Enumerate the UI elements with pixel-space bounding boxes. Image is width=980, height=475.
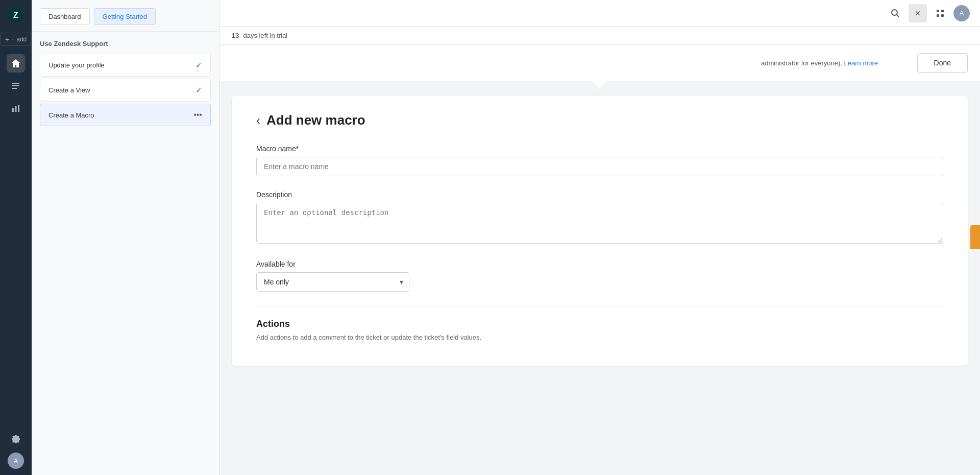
available-for-select[interactable]: Me only All agents Specific groups (256, 272, 409, 292)
svg-rect-2 (12, 83, 19, 84)
description-group: Description (256, 191, 943, 246)
close-icon[interactable]: ✕ (909, 4, 927, 22)
tooltip-arrow (593, 81, 607, 88)
done-section: administrator for everyone). Learn more … (219, 45, 980, 81)
svg-point-8 (892, 10, 897, 15)
svg-rect-10 (937, 10, 939, 12)
svg-line-9 (897, 14, 899, 17)
learn-more-link[interactable]: Learn more (844, 59, 878, 67)
user-avatar[interactable]: A (8, 453, 24, 469)
add-button-header[interactable]: + + add (1, 33, 32, 46)
svg-rect-12 (937, 14, 939, 17)
svg-rect-11 (941, 10, 944, 12)
header-bar: ✕ A (219, 0, 980, 27)
nav-settings-icon[interactable] (7, 430, 25, 448)
back-button[interactable]: ‹ (256, 114, 260, 127)
form-header: ‹ Add new macro (256, 112, 943, 128)
task-update-profile-label: Update your profile (48, 61, 195, 69)
nav-tickets-icon[interactable] (7, 77, 25, 95)
add-label: + add (11, 36, 27, 43)
main-content: ✕ A 13 days left in trial administrator … (219, 0, 980, 475)
nav-home-icon[interactable] (7, 54, 25, 73)
task-create-view[interactable]: Create a View ✓ (40, 79, 211, 102)
macro-name-input[interactable] (256, 157, 943, 176)
trial-text: days left in trial (243, 32, 287, 39)
task-create-macro[interactable]: Create a Macro ••• (40, 104, 211, 126)
task-create-view-label: Create a View (48, 86, 195, 94)
form-panel: ‹ Add new macro Macro name* Description … (232, 96, 968, 366)
panel-content: Use Zendesk Support Update your profile … (32, 32, 219, 136)
user-avatar-header[interactable]: A (953, 5, 970, 21)
actions-description: Add actions to add a comment to the tick… (256, 334, 943, 341)
svg-rect-7 (18, 105, 19, 112)
search-icon[interactable] (886, 4, 904, 22)
svg-rect-5 (12, 108, 14, 112)
task-create-macro-label: Create a Macro (48, 111, 193, 119)
macro-name-label: Macro name* (256, 145, 943, 153)
available-for-label: Available for (256, 260, 943, 268)
trial-days: 13 (232, 32, 239, 39)
description-input[interactable] (256, 203, 943, 244)
svg-text:Z: Z (13, 11, 18, 19)
svg-rect-4 (12, 88, 17, 89)
dashboard-tab[interactable]: Dashboard (40, 8, 90, 25)
plus-icon: + (5, 35, 9, 43)
tooltip-arrow-container (219, 81, 980, 88)
available-for-group: Available for Me only All agents Specifi… (256, 260, 943, 292)
actions-title: Actions (256, 319, 943, 329)
svg-rect-6 (15, 106, 17, 112)
scrollable-area: administrator for everyone). Learn more … (219, 45, 980, 475)
getting-started-tab[interactable]: Getting Started (94, 8, 156, 25)
checkmark-icon-view: ✓ (195, 85, 202, 95)
section-divider (256, 306, 943, 306)
svg-rect-13 (941, 14, 944, 17)
help-button[interactable]: Help (970, 226, 980, 250)
apps-icon[interactable] (931, 4, 949, 22)
svg-rect-3 (12, 85, 19, 86)
progress-icon-macro: ••• (193, 110, 202, 120)
macro-name-group: Macro name* (256, 145, 943, 176)
available-for-select-wrapper: Me only All agents Specific groups ▾ (256, 272, 409, 292)
done-button[interactable]: Done (917, 53, 968, 73)
form-title: Add new macro (266, 112, 365, 128)
nav-reports-icon[interactable] (7, 99, 25, 117)
zendesk-logo[interactable]: Z (7, 6, 25, 25)
actions-section: Actions Add actions to add a comment to … (256, 319, 943, 341)
icon-sidebar: Z + + add A (0, 0, 32, 475)
description-label: Description (256, 191, 943, 199)
task-update-profile[interactable]: Update your profile ✓ (40, 54, 211, 77)
checkmark-icon-profile: ✓ (195, 60, 202, 70)
left-panel: Dashboard Getting Started Use Zendesk Su… (32, 0, 219, 475)
trial-banner: 13 days left in trial (219, 27, 980, 45)
section-title: Use Zendesk Support (40, 40, 211, 48)
admin-note: administrator for everyone). Learn more (232, 59, 878, 67)
top-navigation: Dashboard Getting Started (32, 0, 219, 32)
